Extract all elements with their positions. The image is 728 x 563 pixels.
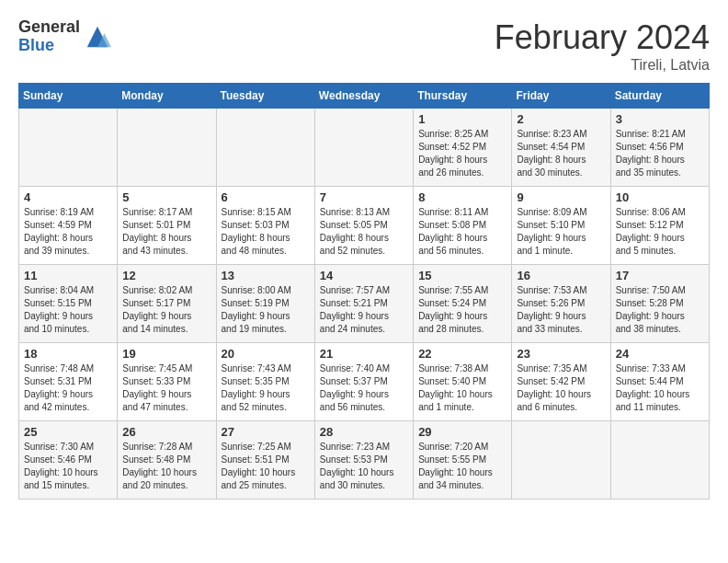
day-info: Sunrise: 7:55 AM Sunset: 5:24 PM Dayligh… xyxy=(418,284,506,336)
day-info: Sunrise: 7:28 AM Sunset: 5:48 PM Dayligh… xyxy=(122,441,210,492)
day-number: 24 xyxy=(616,347,704,361)
day-info: Sunrise: 8:25 AM Sunset: 4:52 PM Dayligh… xyxy=(418,128,506,179)
calendar-cell: 11Sunrise: 8:04 AM Sunset: 5:15 PM Dayli… xyxy=(19,265,118,343)
day-number: 4 xyxy=(24,190,112,204)
calendar-cell: 7Sunrise: 8:13 AM Sunset: 5:05 PM Daylig… xyxy=(314,187,413,265)
week-row-2: 4Sunrise: 8:19 AM Sunset: 4:59 PM Daylig… xyxy=(19,187,710,265)
calendar-table: SundayMondayTuesdayWednesdayThursdayFrid… xyxy=(18,83,710,500)
logo-general: General xyxy=(18,18,80,37)
calendar-cell: 14Sunrise: 7:57 AM Sunset: 5:21 PM Dayli… xyxy=(314,265,413,343)
day-number: 29 xyxy=(418,425,506,439)
calendar-cell: 1Sunrise: 8:25 AM Sunset: 4:52 PM Daylig… xyxy=(414,109,512,187)
day-number: 6 xyxy=(222,190,310,204)
day-number: 20 xyxy=(222,347,310,361)
day-number: 28 xyxy=(320,425,408,439)
calendar-cell: 16Sunrise: 7:53 AM Sunset: 5:26 PM Dayli… xyxy=(512,265,610,343)
page-header: General Blue February 2024 Tireli, Latvi… xyxy=(18,18,710,74)
calendar-cell: 23Sunrise: 7:35 AM Sunset: 5:42 PM Dayli… xyxy=(512,343,610,421)
day-number: 13 xyxy=(222,269,310,282)
logo: General Blue xyxy=(18,18,111,55)
calendar-cell: 28Sunrise: 7:23 AM Sunset: 5:53 PM Dayli… xyxy=(314,421,413,500)
calendar-cell xyxy=(216,109,314,187)
day-number: 25 xyxy=(24,425,112,439)
title-area: February 2024 Tireli, Latvia xyxy=(495,18,710,74)
calendar-cell: 27Sunrise: 7:25 AM Sunset: 5:51 PM Dayli… xyxy=(216,421,314,500)
day-info: Sunrise: 7:57 AM Sunset: 5:21 PM Dayligh… xyxy=(320,284,408,336)
day-info: Sunrise: 8:21 AM Sunset: 4:56 PM Dayligh… xyxy=(616,128,704,179)
week-row-5: 25Sunrise: 7:30 AM Sunset: 5:46 PM Dayli… xyxy=(19,421,710,500)
day-info: Sunrise: 7:53 AM Sunset: 5:26 PM Dayligh… xyxy=(517,284,605,336)
day-number: 9 xyxy=(517,190,605,204)
day-number: 5 xyxy=(122,190,210,204)
calendar-cell: 19Sunrise: 7:45 AM Sunset: 5:33 PM Dayli… xyxy=(118,343,216,421)
week-row-3: 11Sunrise: 8:04 AM Sunset: 5:15 PM Dayli… xyxy=(19,265,710,343)
day-number: 23 xyxy=(517,347,605,361)
day-number: 11 xyxy=(24,269,112,282)
logo-blue: Blue xyxy=(18,37,80,55)
day-number: 22 xyxy=(418,347,506,361)
day-info: Sunrise: 7:20 AM Sunset: 5:55 PM Dayligh… xyxy=(418,441,506,492)
day-info: Sunrise: 7:50 AM Sunset: 5:28 PM Dayligh… xyxy=(616,284,704,336)
calendar-cell: 8Sunrise: 8:11 AM Sunset: 5:08 PM Daylig… xyxy=(414,187,512,265)
calendar-cell: 5Sunrise: 8:17 AM Sunset: 5:01 PM Daylig… xyxy=(118,187,216,265)
day-number: 3 xyxy=(616,112,704,126)
day-info: Sunrise: 8:11 AM Sunset: 5:08 PM Dayligh… xyxy=(418,206,506,258)
day-info: Sunrise: 8:19 AM Sunset: 4:59 PM Dayligh… xyxy=(24,206,112,258)
week-row-1: 1Sunrise: 8:25 AM Sunset: 4:52 PM Daylig… xyxy=(19,109,710,187)
day-number: 14 xyxy=(320,269,408,282)
day-info: Sunrise: 7:30 AM Sunset: 5:46 PM Dayligh… xyxy=(24,441,112,492)
calendar-cell: 10Sunrise: 8:06 AM Sunset: 5:12 PM Dayli… xyxy=(610,187,709,265)
day-info: Sunrise: 7:25 AM Sunset: 5:51 PM Dayligh… xyxy=(222,441,310,492)
month-title: February 2024 xyxy=(495,18,710,57)
day-number: 18 xyxy=(24,347,112,361)
day-info: Sunrise: 8:00 AM Sunset: 5:19 PM Dayligh… xyxy=(222,284,310,336)
calendar-cell: 26Sunrise: 7:28 AM Sunset: 5:48 PM Dayli… xyxy=(118,421,216,500)
day-number: 8 xyxy=(418,190,506,204)
day-number: 21 xyxy=(320,347,408,361)
day-info: Sunrise: 8:13 AM Sunset: 5:05 PM Dayligh… xyxy=(320,206,408,258)
day-info: Sunrise: 8:09 AM Sunset: 5:10 PM Dayligh… xyxy=(517,206,605,258)
calendar-cell: 12Sunrise: 8:02 AM Sunset: 5:17 PM Dayli… xyxy=(118,265,216,343)
calendar-cell: 2Sunrise: 8:23 AM Sunset: 4:54 PM Daylig… xyxy=(512,109,610,187)
calendar-cell: 4Sunrise: 8:19 AM Sunset: 4:59 PM Daylig… xyxy=(19,187,118,265)
day-info: Sunrise: 7:40 AM Sunset: 5:37 PM Dayligh… xyxy=(320,362,408,414)
calendar-cell: 21Sunrise: 7:40 AM Sunset: 5:37 PM Dayli… xyxy=(314,343,413,421)
day-info: Sunrise: 8:15 AM Sunset: 5:03 PM Dayligh… xyxy=(222,206,310,258)
calendar-cell xyxy=(118,109,216,187)
weekday-header-thursday: Thursday xyxy=(414,84,512,109)
day-number: 1 xyxy=(418,112,506,126)
day-info: Sunrise: 7:43 AM Sunset: 5:35 PM Dayligh… xyxy=(222,362,310,414)
day-number: 17 xyxy=(616,269,704,282)
calendar-cell: 22Sunrise: 7:38 AM Sunset: 5:40 PM Dayli… xyxy=(414,343,512,421)
day-number: 27 xyxy=(222,425,310,439)
calendar-cell: 15Sunrise: 7:55 AM Sunset: 5:24 PM Dayli… xyxy=(414,265,512,343)
day-number: 12 xyxy=(122,269,210,282)
week-row-4: 18Sunrise: 7:48 AM Sunset: 5:31 PM Dayli… xyxy=(19,343,710,421)
calendar-cell: 29Sunrise: 7:20 AM Sunset: 5:55 PM Dayli… xyxy=(414,421,512,500)
day-info: Sunrise: 8:04 AM Sunset: 5:15 PM Dayligh… xyxy=(24,284,112,336)
day-info: Sunrise: 7:35 AM Sunset: 5:42 PM Dayligh… xyxy=(517,362,605,414)
calendar-cell xyxy=(314,109,413,187)
day-number: 15 xyxy=(418,269,506,282)
calendar-cell: 20Sunrise: 7:43 AM Sunset: 5:35 PM Dayli… xyxy=(216,343,314,421)
day-info: Sunrise: 7:33 AM Sunset: 5:44 PM Dayligh… xyxy=(616,362,704,414)
day-number: 10 xyxy=(616,190,704,204)
calendar-cell: 9Sunrise: 8:09 AM Sunset: 5:10 PM Daylig… xyxy=(512,187,610,265)
day-info: Sunrise: 7:48 AM Sunset: 5:31 PM Dayligh… xyxy=(24,362,112,414)
calendar-cell: 17Sunrise: 7:50 AM Sunset: 5:28 PM Dayli… xyxy=(610,265,709,343)
calendar-cell: 13Sunrise: 8:00 AM Sunset: 5:19 PM Dayli… xyxy=(216,265,314,343)
weekday-header-sunday: Sunday xyxy=(19,84,118,109)
day-number: 7 xyxy=(320,190,408,204)
calendar-cell xyxy=(19,109,118,187)
weekday-header-monday: Monday xyxy=(118,84,216,109)
calendar-cell xyxy=(512,421,610,500)
calendar-cell xyxy=(610,421,709,500)
logo-icon xyxy=(84,23,111,51)
day-info: Sunrise: 7:23 AM Sunset: 5:53 PM Dayligh… xyxy=(320,441,408,492)
calendar-cell: 24Sunrise: 7:33 AM Sunset: 5:44 PM Dayli… xyxy=(610,343,709,421)
weekday-header-wednesday: Wednesday xyxy=(314,84,413,109)
weekday-header-friday: Friday xyxy=(512,84,610,109)
day-info: Sunrise: 7:38 AM Sunset: 5:40 PM Dayligh… xyxy=(418,362,506,414)
location: Tireli, Latvia xyxy=(495,57,710,74)
calendar-cell: 3Sunrise: 8:21 AM Sunset: 4:56 PM Daylig… xyxy=(610,109,709,187)
